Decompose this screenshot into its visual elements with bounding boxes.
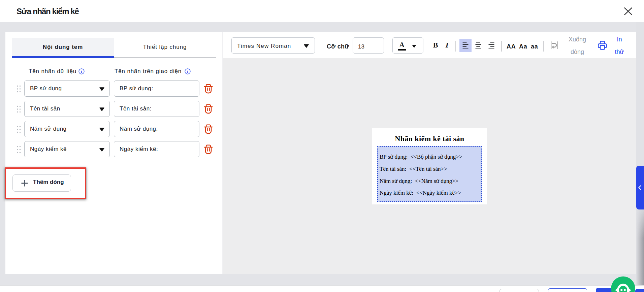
svg-text:i: i xyxy=(187,69,188,74)
svg-text:i: i xyxy=(81,69,82,74)
